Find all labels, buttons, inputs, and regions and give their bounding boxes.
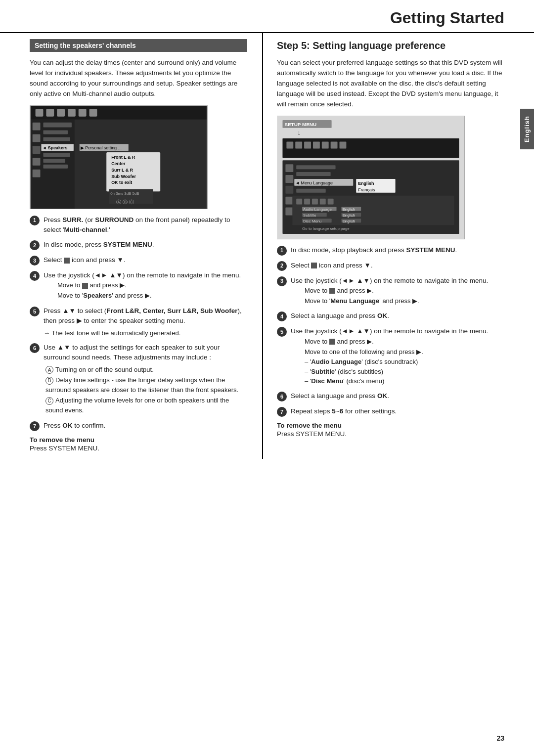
svg-rect-42	[313, 141, 320, 148]
step-num-5: 5	[30, 307, 40, 316]
speaker-screenshot: ◄ Speakers ▶ Personal setting ... Front …	[30, 105, 247, 209]
right-step-num-4: 4	[277, 311, 287, 321]
left-steps: 1 Press SURR. (or SURROUND on the front …	[30, 215, 247, 431]
step-5-note: The test tone will be automatically gene…	[44, 328, 247, 338]
svg-rect-15	[43, 130, 68, 134]
left-step-3: 3 Select icon and press ▼.	[30, 255, 247, 266]
right-to-remove: To remove the menu Press SYSTEM MENU.	[277, 422, 504, 440]
svg-text:0n    3ms   3dB   5dB: 0n 3ms 3dB 5dB	[110, 191, 139, 196]
page-number: 23	[496, 734, 504, 742]
right-step-heading: Step 5: Setting language preference	[277, 39, 504, 52]
left-step-6: 6 Use ▲▼ to adjust the settings for each…	[30, 343, 247, 416]
right-step-2: 2 Select icon and press ▼.	[277, 261, 504, 271]
svg-rect-13	[33, 169, 41, 177]
right-step-num-7: 7	[277, 407, 287, 417]
svg-text:Audio Language: Audio Language	[303, 207, 332, 212]
sub-item-a: ATurning on or off the sound output.	[45, 365, 247, 375]
right-step-4: 4 Select a language and press OK.	[277, 311, 504, 321]
svg-rect-50	[285, 196, 293, 204]
step-4-content: Use the joystick (◄► ▲▼) on the remote t…	[44, 270, 247, 301]
svg-rect-5	[68, 109, 76, 117]
step-num-3: 3	[30, 256, 40, 266]
right-step-1: 1 In disc mode, stop playback and press …	[277, 245, 504, 256]
step-3-content: Select icon and press ▼.	[44, 255, 247, 265]
svg-text:↓: ↓	[297, 128, 301, 136]
svg-rect-49	[285, 185, 293, 193]
icon-inline-3	[329, 339, 335, 345]
right-step-6: 6 Select a language and press OK.	[277, 391, 504, 401]
svg-rect-59	[296, 188, 326, 192]
step-num-6: 6	[30, 343, 40, 353]
dash-discmenu: 'Disc Menu' (disc's menu)	[305, 376, 504, 386]
right-step-num-2: 2	[277, 261, 287, 271]
left-step-5: 5 Press ▲▼ to select (Front L&R, Center,…	[30, 306, 247, 338]
svg-text:Disc Menu: Disc Menu	[303, 219, 321, 223]
svg-rect-43	[322, 141, 329, 148]
svg-text:Surr L & R: Surr L & R	[111, 167, 133, 172]
right-step-1-content: In disc mode, stop playback and press SY…	[291, 245, 504, 255]
svg-rect-61	[296, 198, 302, 204]
left-step-4: 4 Use the joystick (◄► ▲▼) on the remote…	[30, 270, 247, 301]
right-to-remove-title: To remove the menu	[277, 422, 504, 429]
language-screenshot: SETUP MENU ↓	[277, 116, 504, 239]
svg-rect-65	[328, 198, 334, 204]
right-column: Step 5: Setting language preference You …	[262, 33, 504, 459]
svg-text:▶ Personal setting ...: ▶ Personal setting ...	[81, 145, 122, 150]
step-1-content: Press SURR. (or SURROUND on the front pa…	[44, 215, 247, 235]
svg-rect-63	[312, 198, 318, 204]
svg-text:English: English	[342, 213, 355, 218]
page-title: Getting Started	[0, 0, 534, 33]
svg-rect-45	[340, 141, 347, 148]
svg-rect-7	[89, 109, 97, 117]
svg-rect-11	[33, 146, 41, 154]
left-step-2: 2 In disc mode, press SYSTEM MENU.	[30, 240, 247, 250]
right-steps: 1 In disc mode, stop playback and press …	[277, 245, 504, 417]
left-to-remove-title: To remove the menu	[30, 436, 247, 444]
svg-text:Sub Woofer: Sub Woofer	[111, 174, 136, 178]
icon-inline-1	[82, 283, 88, 289]
dash-audio: 'Audio Language' (disc's soundtrack)	[305, 357, 504, 367]
circle-c: C	[45, 397, 53, 405]
dash-subtitle: 'Subtitle' (disc's subtitles)	[305, 367, 504, 377]
svg-rect-9	[33, 122, 41, 130]
svg-rect-4	[57, 109, 65, 117]
right-step-5-sub1: Move to and press ▶.	[305, 337, 504, 347]
svg-text:Front L & R: Front L & R	[111, 155, 135, 160]
right-step-2-content: Select icon and press ▼.	[291, 261, 504, 270]
svg-rect-47	[285, 164, 293, 172]
svg-rect-1	[31, 106, 207, 120]
svg-text:◄ Menu Language: ◄ Menu Language	[295, 180, 333, 185]
step-num-4: 4	[30, 271, 40, 281]
step-6-content: Use ▲▼ to adjust the settings for each s…	[44, 343, 247, 416]
svg-text:English: English	[358, 180, 374, 185]
setup-icon-right	[311, 263, 317, 268]
svg-rect-53	[296, 172, 330, 176]
right-step-num-5: 5	[277, 327, 287, 337]
step-num-1: 1	[30, 216, 40, 225]
svg-rect-19	[43, 153, 70, 157]
left-to-remove: To remove the menu Press SYSTEM MENU.	[30, 436, 247, 454]
svg-rect-6	[79, 109, 87, 117]
section-heading-speakers: Setting the speakers' channels	[30, 39, 247, 52]
svg-rect-14	[43, 122, 71, 127]
svg-text:Subtitle: Subtitle	[303, 213, 316, 218]
svg-rect-44	[331, 141, 338, 148]
step-num-2: 2	[30, 240, 40, 250]
svg-rect-64	[320, 198, 326, 204]
right-to-remove-text: Press SYSTEM MENU.	[277, 429, 504, 440]
svg-rect-48	[285, 175, 293, 183]
svg-text:Français: Français	[358, 187, 375, 192]
left-intro-text: You can adjust the delay times (center a…	[30, 58, 247, 99]
svg-text:OK to exit: OK to exit	[111, 180, 132, 185]
step-2-content: In disc mode, press SYSTEM MENU.	[44, 240, 247, 250]
left-column: Setting the speakers' channels You can a…	[30, 33, 247, 459]
circle-a: A	[45, 366, 53, 374]
svg-rect-62	[304, 198, 310, 204]
right-step-7-content: Repeat steps 5~6 for other settings.	[291, 406, 504, 416]
right-step-3-sub2: Move to 'Menu Language' and press ▶.	[305, 296, 504, 307]
svg-rect-16	[43, 137, 70, 141]
step-7-content: Press OK to confirm.	[44, 421, 247, 431]
step-num-7: 7	[30, 421, 40, 431]
svg-rect-3	[46, 109, 54, 117]
svg-text:◄ Speakers: ◄ Speakers	[42, 145, 67, 150]
